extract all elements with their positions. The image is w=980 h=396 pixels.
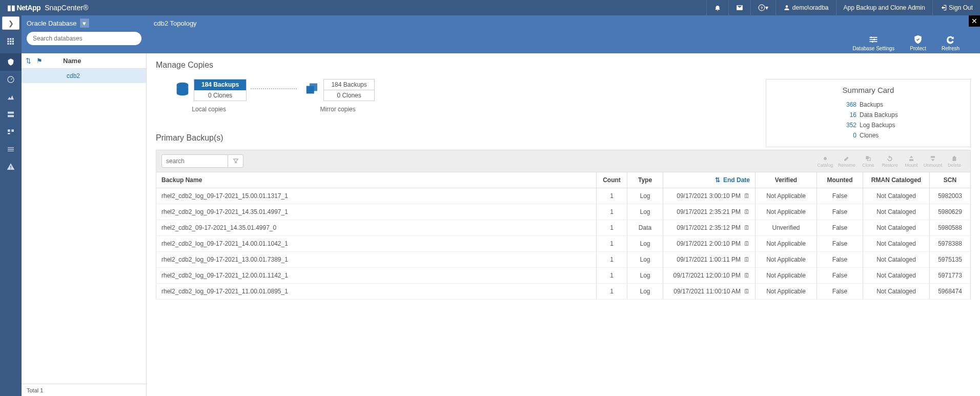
col-backup-name[interactable]: Backup Name xyxy=(156,172,597,188)
svg-rect-10 xyxy=(12,43,14,45)
notifications-icon[interactable] xyxy=(706,0,728,15)
summary-title: Summary Card xyxy=(775,86,961,94)
main-content: Manage Copies 184 Backups 0 Clones Local… xyxy=(147,53,980,396)
sort-icon[interactable]: ⇅ xyxy=(26,57,31,65)
svg-point-12 xyxy=(873,38,875,40)
protect-button[interactable]: Protect xyxy=(910,34,926,51)
svg-rect-24 xyxy=(310,84,317,91)
resource-list: ⇅ ⚑ Name cdb2 Total 1 xyxy=(22,53,147,396)
subbar: ❯ Oracle Database ▾ cdb2 Topology Databa… xyxy=(0,15,980,53)
svg-rect-6 xyxy=(10,41,11,42)
svg-rect-5 xyxy=(7,41,9,42)
nav-storage-icon[interactable] xyxy=(0,123,22,141)
resource-list-header: ⇅ ⚑ Name xyxy=(22,53,146,69)
help-icon[interactable]: ?▾ xyxy=(750,0,775,15)
mirror-icon xyxy=(301,77,323,103)
table-row[interactable]: rhel2_cdb2_log_09-17-2021_12.00.01.1142_… xyxy=(156,268,971,284)
primary-backups-title: Primary Backup(s) xyxy=(156,133,971,143)
svg-rect-19 xyxy=(8,133,10,134)
resource-item[interactable]: cdb2 xyxy=(22,69,146,83)
refresh-button[interactable]: Refresh xyxy=(942,34,959,51)
svg-rect-3 xyxy=(10,38,11,39)
calendar-icon: 🗓 xyxy=(744,272,750,279)
expand-nav-button[interactable]: ❯ xyxy=(2,16,19,30)
svg-point-13 xyxy=(872,41,873,43)
resource-type-label: Oracle Database xyxy=(27,19,77,27)
delete-button[interactable]: Delete xyxy=(944,155,965,168)
calendar-icon: 🗓 xyxy=(744,208,750,215)
brand-prefix: ▮▮ NetApp xyxy=(7,4,40,12)
nav-settings-icon[interactable] xyxy=(0,141,22,158)
local-clones-count[interactable]: 0 Clones xyxy=(194,90,246,101)
search-input[interactable] xyxy=(33,35,135,42)
table-row[interactable]: rhel2_cdb2_log_09-17-2021_15.00.01.1317_… xyxy=(156,188,971,204)
col-rman[interactable]: RMAN Cataloged xyxy=(863,172,930,188)
backup-search-input[interactable] xyxy=(161,154,228,168)
nav-hosts-icon[interactable] xyxy=(0,106,22,123)
resource-name-header[interactable]: Name xyxy=(63,57,81,65)
nav-monitor-icon[interactable] xyxy=(0,71,22,88)
catalog-button[interactable]: Catalog xyxy=(814,155,836,168)
local-backups-count[interactable]: 184 Backups xyxy=(194,80,246,90)
calendar-icon: 🗓 xyxy=(744,256,750,263)
calendar-icon: 🗓 xyxy=(744,240,750,247)
col-scn[interactable]: SCN xyxy=(930,172,971,188)
clone-button[interactable]: Clone xyxy=(858,155,879,168)
svg-rect-4 xyxy=(12,38,14,39)
topbar: ▮▮ NetApp SnapCenter® ?▾ demo\oradba App… xyxy=(0,0,980,15)
mount-button[interactable]: Mount xyxy=(901,155,922,168)
svg-rect-16 xyxy=(8,115,14,117)
subbar-main: cdb2 Topology Database Settings Protect … xyxy=(147,15,980,53)
brand-name: SnapCenter® xyxy=(45,4,88,12)
page-title: cdb2 Topology xyxy=(154,19,973,27)
svg-rect-17 xyxy=(8,129,10,132)
col-end-date[interactable]: ⇅End Date xyxy=(663,172,756,188)
svg-rect-9 xyxy=(10,43,11,45)
col-type[interactable]: Type xyxy=(627,172,663,188)
nav-reports-icon[interactable] xyxy=(0,88,22,106)
close-panel-button[interactable]: ✕ xyxy=(969,15,980,27)
dashboard-icon[interactable] xyxy=(0,30,22,53)
table-row[interactable]: rhel2_cdb2_log_09-17-2021_11.00.01.0895_… xyxy=(156,284,971,300)
mirror-copies-caption: Mirror copies xyxy=(320,106,355,113)
mirror-copies-block[interactable]: 184 Backups 0 Clones Mirror copies xyxy=(301,77,374,113)
svg-rect-21 xyxy=(10,168,11,169)
backups-toolbar: CatalogRenameCloneRestoreMountUnmountDel… xyxy=(156,150,971,172)
restore-button[interactable]: Restore xyxy=(879,155,901,168)
svg-rect-8 xyxy=(7,43,9,45)
resource-list-footer: Total 1 xyxy=(22,384,146,396)
table-row[interactable]: rhel2_cdb2_log_09-17-2021_14.35.01.4997_… xyxy=(156,204,971,220)
table-row[interactable]: rhel2_cdb2_log_09-17-2021_13.00.01.7389_… xyxy=(156,252,971,268)
local-copies-block[interactable]: 184 Backups 0 Clones Local copies xyxy=(171,77,247,113)
connector-line xyxy=(251,88,297,89)
signout-button[interactable]: Sign Out xyxy=(932,0,980,15)
col-count[interactable]: Count xyxy=(597,172,627,188)
nav-alerts-icon[interactable] xyxy=(0,158,22,175)
unmount-button[interactable]: Unmount xyxy=(922,155,944,168)
role-label[interactable]: App Backup and Clone Admin xyxy=(836,0,932,15)
mirror-clones-count[interactable]: 0 Clones xyxy=(324,90,374,101)
user-menu[interactable]: demo\oradba xyxy=(775,0,835,15)
summary-row: 368Backups xyxy=(775,100,961,110)
svg-rect-20 xyxy=(10,166,11,168)
resource-picker: Oracle Database ▾ xyxy=(22,15,147,53)
mail-icon[interactable] xyxy=(728,0,750,15)
svg-rect-7 xyxy=(12,41,14,42)
col-verified[interactable]: Verified xyxy=(756,172,817,188)
summary-row: 16Data Backups xyxy=(775,110,961,120)
table-row[interactable]: rhel2_cdb2_09-17-2021_14.35.01.4997_0 1 … xyxy=(156,220,971,236)
table-row[interactable]: rhel2_cdb2_log_09-17-2021_14.00.01.1042_… xyxy=(156,236,971,252)
col-mounted[interactable]: Mounted xyxy=(817,172,863,188)
database-settings-button[interactable]: Database Settings xyxy=(853,34,895,51)
calendar-icon: 🗓 xyxy=(744,288,750,295)
filter-button[interactable] xyxy=(228,154,243,168)
svg-rect-15 xyxy=(8,112,14,114)
mirror-backups-count[interactable]: 184 Backups xyxy=(324,80,374,90)
search-databases[interactable] xyxy=(27,32,141,45)
calendar-icon: 🗓 xyxy=(744,224,750,231)
flag-icon[interactable]: ⚑ xyxy=(36,57,43,65)
rename-button[interactable]: Rename xyxy=(836,155,858,168)
resource-type-dropdown[interactable]: ▾ xyxy=(80,18,89,28)
svg-rect-2 xyxy=(7,38,9,39)
nav-resources-icon[interactable] xyxy=(0,53,22,71)
